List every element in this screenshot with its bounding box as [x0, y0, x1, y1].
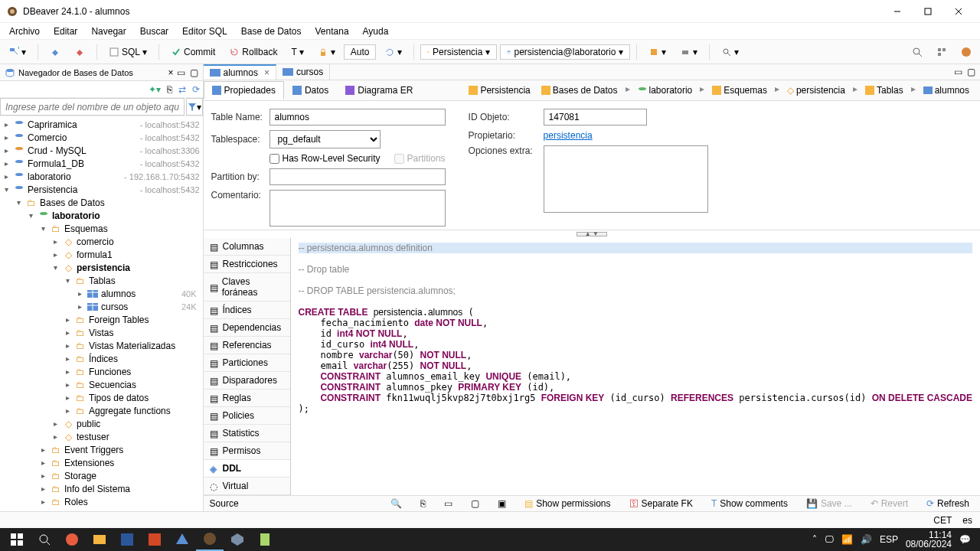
nav-filter-button[interactable]: ▾	[186, 98, 203, 116]
commit-button[interactable]: Commit	[165, 44, 220, 60]
nav-new-icon[interactable]: ✦▾	[149, 84, 161, 95]
show-comments-button[interactable]: TShow comments	[707, 497, 792, 510]
tab-permisos[interactable]: ▤Permisos	[204, 442, 290, 460]
open-button[interactable]: ▢	[466, 497, 484, 510]
wrap-button[interactable]: ▭	[439, 497, 457, 510]
taskbar-app-4[interactable]	[141, 528, 168, 551]
partition-by-input[interactable]	[270, 168, 446, 185]
tray-chevron-icon[interactable]: ˄	[812, 534, 817, 545]
rollback-button[interactable]: Rollback	[224, 44, 283, 60]
panel-button[interactable]: ▣	[493, 497, 511, 510]
nav-minimize-icon[interactable]: ▭	[177, 67, 185, 78]
table-name-input[interactable]	[270, 109, 446, 126]
owner-link[interactable]: persistencia	[544, 130, 593, 141]
tab-columnas[interactable]: ▤Columnas	[204, 238, 290, 256]
database-combo[interactable]: persistencia@laboratorio▾	[500, 44, 630, 60]
connection-combo[interactable]: Persistencia▾	[420, 44, 497, 60]
nav-refresh-icon[interactable]: ⟳	[192, 84, 200, 95]
nav-restore-icon[interactable]: ▢	[190, 67, 198, 78]
tab-particiones[interactable]: ▤Particiones	[204, 354, 290, 372]
tray-lang[interactable]: ESP	[880, 534, 898, 545]
menu-navegar[interactable]: Navegar	[85, 24, 132, 38]
sql-editor-button[interactable]: SQL▾	[103, 44, 152, 60]
lock-button[interactable]: ▾	[312, 44, 341, 60]
tray-notifications-icon[interactable]: 💬	[959, 534, 971, 545]
menu-buscar[interactable]: Buscar	[134, 24, 175, 38]
revert-button[interactable]: ↶Revert	[866, 497, 913, 510]
tx-button[interactable]: T▾	[286, 44, 309, 60]
search-taskbar-button[interactable]	[31, 528, 58, 551]
close-icon[interactable]: ×	[264, 67, 270, 78]
menu-base-de-datos[interactable]: Base de Datos	[235, 24, 308, 38]
tab-ddl[interactable]: ◈DDL	[204, 460, 290, 478]
taskbar-app-5[interactable]	[168, 528, 196, 551]
taskbar-app-2[interactable]	[86, 528, 113, 551]
separate-fk-button[interactable]: ⚿Separate FK	[625, 497, 697, 510]
copy-button[interactable]: ⎘	[416, 497, 430, 510]
taskbar-app-6[interactable]	[196, 528, 224, 551]
perspective-button[interactable]	[931, 44, 952, 60]
editor-max-icon[interactable]: ▢	[967, 67, 975, 77]
tab-indices[interactable]: ▤Índices	[204, 302, 290, 319]
nav-tree[interactable]: ▸Capriramica- localhost:5432 ▸Comercio- …	[0, 116, 203, 511]
collapse-handle[interactable]: ▲ ▼	[577, 232, 607, 236]
partitions-checkbox[interactable]: Partitions	[394, 153, 446, 164]
nav-close-icon[interactable]: ×	[165, 67, 177, 78]
tablespace-select[interactable]: pg_default	[270, 130, 381, 148]
refresh-button[interactable]: ⟳Refresh	[922, 497, 974, 510]
tab-reglas[interactable]: ▤Reglas	[204, 390, 290, 407]
tab-disparadores[interactable]: ▤Disparadores	[204, 372, 290, 390]
tab-claves-foraneas[interactable]: ▤Claves foráneas	[204, 273, 290, 302]
tab-referencias[interactable]: ▤Referencias	[204, 337, 290, 354]
save-button[interactable]: 💾Save ...	[802, 497, 857, 510]
connect-button[interactable]	[44, 44, 66, 60]
nav-search-input[interactable]	[0, 98, 185, 116]
subtab-propiedades[interactable]: Propiedades	[204, 81, 284, 99]
find-button[interactable]: 🔍	[386, 497, 407, 510]
new-connection-button[interactable]: +▾	[3, 44, 31, 60]
menu-editor-sql[interactable]: Editor SQL	[176, 24, 234, 38]
print-button[interactable]: ▾	[675, 44, 703, 60]
user-icon[interactable]	[956, 44, 977, 60]
subtab-datos[interactable]: Datos	[284, 81, 337, 99]
id-objeto-input[interactable]	[544, 109, 647, 126]
menu-ventana[interactable]: Ventana	[309, 24, 355, 38]
taskbar-app-3[interactable]	[113, 528, 141, 551]
disconnect-button[interactable]	[69, 44, 90, 60]
tab-policies[interactable]: ▤Policies	[204, 407, 290, 425]
tab-dependencias[interactable]: ▤Dependencias	[204, 319, 290, 337]
taskbar-app-7[interactable]	[224, 528, 251, 551]
nav-link-icon[interactable]: ⇄	[178, 84, 186, 95]
refresh-toolbar-button[interactable]: ▾	[379, 44, 407, 60]
tray-network-icon[interactable]: 📶	[841, 534, 853, 545]
tray-sound-icon[interactable]: 🔊	[861, 534, 872, 545]
export-button[interactable]: ▾	[643, 44, 671, 60]
editor-tab-alumnos[interactable]: alumnos×	[204, 64, 276, 80]
menu-ayuda[interactable]: Ayuda	[357, 24, 395, 38]
nav-copy-icon[interactable]: ⎘	[167, 84, 172, 95]
show-permissions-button[interactable]: ▤Show permissions	[520, 497, 615, 510]
subtab-diagrama[interactable]: Diagrama ER	[337, 81, 421, 99]
close-button[interactable]	[943, 1, 974, 22]
global-search-button[interactable]	[906, 44, 928, 60]
tray-clock[interactable]: 11:14 08/06/2024	[906, 530, 952, 549]
comment-textarea[interactable]	[270, 190, 446, 227]
tab-restricciones[interactable]: ▤Restricciones	[204, 256, 290, 273]
tab-statistics[interactable]: ▤Statistics	[204, 425, 290, 442]
minimize-button[interactable]	[882, 1, 913, 22]
tx-mode-combo[interactable]: Auto	[344, 44, 377, 60]
menu-archivo[interactable]: Archivo	[3, 24, 46, 38]
editor-min-icon[interactable]: ▭	[954, 67, 962, 77]
start-button[interactable]	[3, 528, 31, 551]
taskbar-app-1[interactable]	[58, 528, 86, 551]
tray-monitor-icon[interactable]: 🖵	[825, 534, 834, 545]
editor-tab-cursos[interactable]: cursos	[276, 64, 330, 80]
extra-options-textarea[interactable]	[544, 145, 708, 213]
row-security-checkbox[interactable]: Has Row-Level Security	[270, 153, 381, 164]
maximize-button[interactable]	[913, 1, 943, 22]
tab-virtual[interactable]: ◌Virtual	[204, 478, 290, 495]
taskbar-app-8[interactable]	[251, 528, 279, 551]
sql-source-view[interactable]: -- persistencia.alumnos definition -- Dr…	[291, 238, 980, 495]
menu-editar[interactable]: Editar	[47, 24, 83, 38]
search-toolbar-button[interactable]: ▾	[716, 44, 744, 60]
